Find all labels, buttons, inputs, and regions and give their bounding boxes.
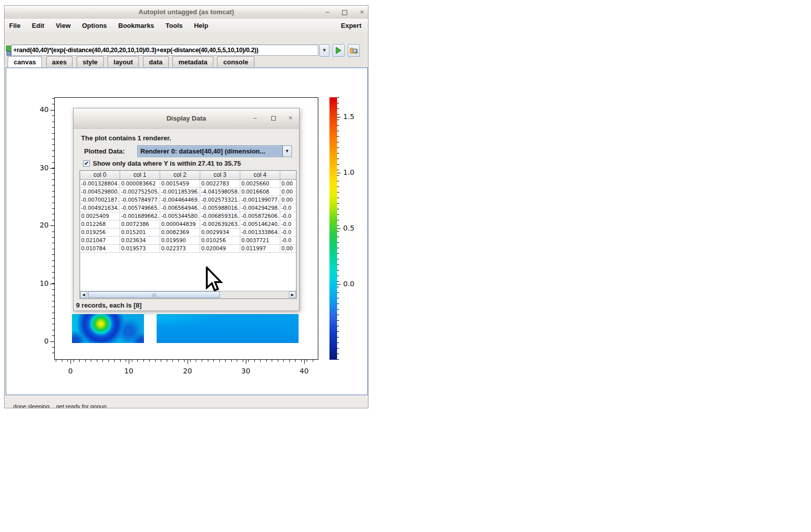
dialog-minimize-icon[interactable]: – <box>251 115 259 123</box>
table-cell[interactable]: 0.011997 <box>240 245 280 253</box>
maximize-icon[interactable] <box>341 9 349 16</box>
table-cell[interactable]: -0.001199077... <box>240 196 280 204</box>
plotted-data-select[interactable]: Renderer 0: dataset[40,40] (dimension... <box>137 145 282 157</box>
table-cell[interactable]: 0.00 <box>280 180 297 188</box>
table-cell[interactable]: -0.006564946... <box>160 204 200 212</box>
table-cell[interactable]: -0.005872606... <box>240 212 280 220</box>
table-cell[interactable]: 0.00 <box>280 245 297 253</box>
menu-tools[interactable]: Tools <box>161 19 188 29</box>
table-cell[interactable]: 0.010784 <box>80 245 120 253</box>
table-cell[interactable]: 0.019573 <box>120 245 160 253</box>
menu-help[interactable]: Help <box>190 19 213 29</box>
table-cell[interactable]: 0.021047 <box>80 237 120 245</box>
table-cell[interactable]: 0.010256 <box>200 237 240 245</box>
table-cell[interactable]: 0.000044839 <box>160 220 200 229</box>
table-row[interactable]: 0.0210470.0236340.0195900.0102560.003772… <box>80 237 297 245</box>
table-row[interactable]: 0.0192560.0152010.00823690.0029934-0.001… <box>80 229 297 237</box>
heatmap-strip-left[interactable] <box>72 314 144 343</box>
horizontal-scrollbar[interactable]: ◀ ▶ <box>80 291 296 298</box>
colorbar[interactable] <box>329 97 337 360</box>
filter-checkbox[interactable]: ✔ <box>83 160 90 167</box>
table-cell[interactable]: -4.041598058... <box>200 188 240 196</box>
table-cell[interactable]: 0.0022783 <box>200 180 240 188</box>
table-cell[interactable]: 0.00 <box>280 188 297 196</box>
table-cell[interactable]: 0.019590 <box>160 237 200 245</box>
table-row[interactable]: -0.004921634...-0.005749665...-0.0065649… <box>80 204 297 212</box>
uri-input[interactable]: +rand(40,40)*(exp(-distance(40,40,20,20,… <box>11 45 318 56</box>
table-cell[interactable]: -0.007002187... <box>80 196 120 204</box>
inspect-uri-button[interactable] <box>348 44 360 57</box>
table-cell[interactable]: 0.015201 <box>120 229 160 237</box>
table-cell[interactable]: -0.004294298... <box>240 204 280 212</box>
table-cell[interactable]: -0.001689662... <box>120 212 160 220</box>
tab-canvas[interactable]: canvas <box>8 56 42 67</box>
tab-data[interactable]: data <box>143 56 169 67</box>
menu-edit[interactable]: Edit <box>27 19 49 29</box>
tab-axes[interactable]: axes <box>46 56 73 67</box>
table-cell[interactable]: 0.020049 <box>200 245 240 253</box>
table-row[interactable]: -0.001328804...0.0000836620.00154590.002… <box>80 180 297 188</box>
table-cell[interactable]: 0.0016608 <box>240 188 280 196</box>
table-cell[interactable]: 0.019256 <box>80 229 120 237</box>
tab-metadata[interactable]: metadata <box>172 56 213 67</box>
table-cell[interactable]: 0.012268 <box>80 220 120 229</box>
expert-toggle[interactable]: Expert <box>341 22 361 29</box>
column-header[interactable]: col 4 <box>240 171 280 180</box>
scrollbar-thumb[interactable] <box>88 291 220 298</box>
table-row[interactable]: -0.007002187...-0.005784977...-0.0044644… <box>80 196 297 204</box>
data-table[interactable]: col 0col 1col 2col 3col 4 -0.001328804..… <box>80 170 297 299</box>
table-row[interactable]: 0.0107840.0195730.0223730.0200490.011997… <box>80 245 297 253</box>
column-header[interactable]: col 1 <box>120 171 160 180</box>
table-cell[interactable]: 0.0029934 <box>200 229 240 237</box>
table-cell[interactable]: -0.002639263... <box>200 220 240 229</box>
window-titlebar[interactable]: Autoplot untagged (as tomcat) – × <box>5 6 368 19</box>
table-cell[interactable]: -0.005988016... <box>200 204 240 212</box>
table-cell[interactable]: 0.00 <box>280 196 297 204</box>
table-cell[interactable]: -0.005146240... <box>240 220 280 229</box>
table-cell[interactable]: 0.000083662 <box>120 180 160 188</box>
table-cell[interactable]: -0.0 <box>280 212 297 220</box>
table-cell[interactable]: -0.0 <box>280 237 297 245</box>
minimize-icon[interactable]: – <box>323 9 331 16</box>
tab-layout[interactable]: layout <box>107 56 139 67</box>
table-cell[interactable]: 0.0015459 <box>160 180 200 188</box>
column-header[interactable]: col 2 <box>160 171 200 180</box>
dialog-close-icon[interactable]: × <box>286 115 294 123</box>
go-button[interactable] <box>333 44 345 57</box>
table-cell[interactable]: -0.004921634... <box>80 204 120 212</box>
table-cell[interactable]: -0.005749665... <box>120 204 160 212</box>
uri-dropdown-icon[interactable]: ▼ <box>319 44 329 57</box>
table-cell[interactable]: -0.0 <box>280 220 297 229</box>
table-cell[interactable]: 0.022373 <box>160 245 200 253</box>
table-cell[interactable]: -0.002752505... <box>120 188 160 196</box>
table-cell[interactable]: 0.0037721 <box>240 237 280 245</box>
menu-file[interactable]: File <box>5 19 25 29</box>
table-cell[interactable]: -0.004464469... <box>160 196 200 204</box>
menu-options[interactable]: Options <box>78 19 112 29</box>
scroll-left-icon[interactable]: ◀ <box>80 291 87 298</box>
menu-view[interactable]: View <box>51 19 75 29</box>
dialog-titlebar[interactable]: Display Data – × <box>73 108 299 129</box>
table-cell[interactable]: -0.001333864... <box>240 229 280 237</box>
table-row[interactable]: -0.004529800...-0.002752505...-0.0011853… <box>80 188 297 196</box>
table-row[interactable]: 0.0025409-0.001689662...-0.005344580...-… <box>80 212 297 220</box>
tab-console[interactable]: console <box>217 56 254 67</box>
table-cell[interactable]: -0.001328804... <box>80 180 120 188</box>
table-cell[interactable]: 0.0082369 <box>160 229 200 237</box>
table-row[interactable]: 0.0122680.00723860.000044839-0.002639263… <box>80 220 297 229</box>
table-cell[interactable]: 0.023634 <box>120 237 160 245</box>
plot-canvas[interactable]: 40 30 20 10 0 0 10 20 30 40 1.5 1.0 0.5 … <box>6 67 368 395</box>
heatmap-strip-right[interactable] <box>157 314 299 343</box>
menu-bookmarks[interactable]: Bookmarks <box>114 19 159 29</box>
combo-dropdown-icon[interactable]: ▼ <box>282 145 292 157</box>
table-cell[interactable]: 0.0072386 <box>120 220 160 229</box>
tab-style[interactable]: style <box>77 56 104 67</box>
table-cell[interactable]: -0.005784977... <box>120 196 160 204</box>
table-cell[interactable]: -0.006859316... <box>200 212 240 220</box>
column-header[interactable]: col 0 <box>80 171 120 180</box>
dialog-maximize-icon[interactable] <box>269 115 277 123</box>
column-header[interactable]: col 3 <box>200 171 240 180</box>
table-cell[interactable]: -0.002573321... <box>200 196 240 204</box>
scroll-right-icon[interactable]: ▶ <box>289 291 296 298</box>
column-header[interactable] <box>280 171 297 180</box>
